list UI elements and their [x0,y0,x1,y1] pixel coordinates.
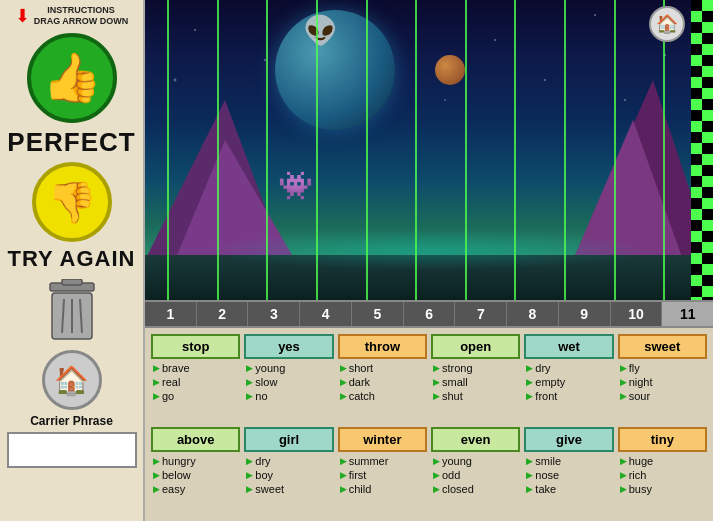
bullet-icon: ▶ [433,484,440,494]
bullet-icon: ▶ [526,363,533,373]
bullet-icon: ▶ [340,456,347,466]
word-item: ▶closed [431,482,520,496]
instructions-area: ⬇ INSTRUCTIONS DRAG ARROW DOWN [15,5,129,27]
word-header-above: above [151,427,240,452]
bullet-icon: ▶ [526,391,533,401]
num-cell-10: 10 [611,302,663,326]
word-header-winter: winter [338,427,427,452]
bullet-icon: ▶ [246,456,253,466]
word-col-yes: yes▶young▶slow▶no [244,334,333,423]
word-header-open: open [431,334,520,359]
carrier-phrase-input[interactable] [7,432,137,468]
bullet-icon: ▶ [340,484,347,494]
bullet-icon: ▶ [620,484,627,494]
vline-0 [167,0,169,300]
instructions-text: INSTRUCTIONS DRAG ARROW DOWN [34,5,129,27]
bullet-icon: ▶ [433,391,440,401]
bullet-icon: ▶ [153,377,160,387]
thumbs-down-icon: 👎 [47,179,97,226]
num-cell-3: 3 [248,302,300,326]
trash-icon [37,276,107,346]
word-item: ▶catch [338,389,427,403]
word-item: ▶real [151,375,240,389]
number-bar: 1 2 3 4 5 6 7 8 9 10 11 [145,300,713,328]
num-cell-9: 9 [559,302,611,326]
home-icon-sidebar: 🏠 [54,364,89,397]
word-item: ▶short [338,361,427,375]
bullet-icon: ▶ [433,456,440,466]
bullet-icon: ▶ [340,377,347,387]
word-col-stop: stop▶brave▶real▶go [151,334,240,423]
bullet-icon: ▶ [620,456,627,466]
word-header-even: even [431,427,520,452]
bullet-icon: ▶ [433,470,440,480]
bullet-icon: ▶ [433,363,440,373]
word-col-above: above▶hungry▶below▶easy [151,427,240,516]
word-header-give: give [524,427,613,452]
word-item: ▶odd [431,468,520,482]
word-item: ▶empty [524,375,613,389]
home-button-sidebar[interactable]: 🏠 [42,350,102,410]
vline-8 [564,0,566,300]
word-item: ▶huge [618,454,707,468]
game-area: 👽 👾 🏠 [145,0,713,300]
word-col-give: give▶smile▶nose▶take [524,427,613,516]
water-glow [205,230,653,270]
bullet-icon: ▶ [526,484,533,494]
word-header-girl: girl [244,427,333,452]
vline-5 [415,0,417,300]
word-item: ▶rich [618,468,707,482]
num-cell-2: 2 [197,302,249,326]
num-cell-4: 4 [300,302,352,326]
word-header-wet: wet [524,334,613,359]
home-icon-top: 🏠 [656,13,678,35]
bullet-icon: ▶ [526,470,533,480]
bullet-icon: ▶ [340,391,347,401]
bullet-icon: ▶ [526,456,533,466]
num-cell-1: 1 [145,302,197,326]
vline-10 [663,0,665,300]
word-item: ▶night [618,375,707,389]
word-item: ▶nose [524,468,613,482]
home-button-top[interactable]: 🏠 [649,6,685,42]
bullet-icon: ▶ [340,363,347,373]
vline-2 [266,0,268,300]
word-item: ▶dry [524,361,613,375]
word-grid: stop▶brave▶real▶goyes▶young▶slow▶nothrow… [145,328,713,521]
word-header-yes: yes [244,334,333,359]
word-item: ▶young [431,454,520,468]
word-item: ▶hungry [151,454,240,468]
arrow-down-icon: ⬇ [15,5,30,27]
word-item: ▶no [244,389,333,403]
word-col-open: open▶strong▶small▶shut [431,334,520,423]
bullet-icon: ▶ [153,470,160,480]
num-cell-5: 5 [352,302,404,326]
carrier-phrase-label: Carrier Phrase [30,414,113,428]
word-item: ▶brave [151,361,240,375]
sidebar: ⬇ INSTRUCTIONS DRAG ARROW DOWN 👍 PERFECT… [0,0,145,521]
word-item: ▶strong [431,361,520,375]
bullet-icon: ▶ [620,470,627,480]
bullet-icon: ▶ [246,363,253,373]
bullet-icon: ▶ [433,377,440,387]
thumbs-up-circle: 👍 [27,33,117,123]
bullet-icon: ▶ [246,391,253,401]
thumbs-try-circle: 👎 [32,162,112,242]
bullet-icon: ▶ [526,377,533,387]
word-item: ▶dry [244,454,333,468]
num-cell-7: 7 [455,302,507,326]
vline-3 [316,0,318,300]
vline-6 [465,0,467,300]
word-item: ▶front [524,389,613,403]
bullet-icon: ▶ [246,377,253,387]
word-item: ▶first [338,468,427,482]
bullet-icon: ▶ [620,377,627,387]
bullet-icon: ▶ [340,470,347,480]
word-header-throw: throw [338,334,427,359]
word-item: ▶sour [618,389,707,403]
planet-small [435,55,465,85]
alien-ship-bottom: 👾 [275,165,315,205]
word-item: ▶smile [524,454,613,468]
word-item: ▶young [244,361,333,375]
checkerboard [691,0,713,300]
